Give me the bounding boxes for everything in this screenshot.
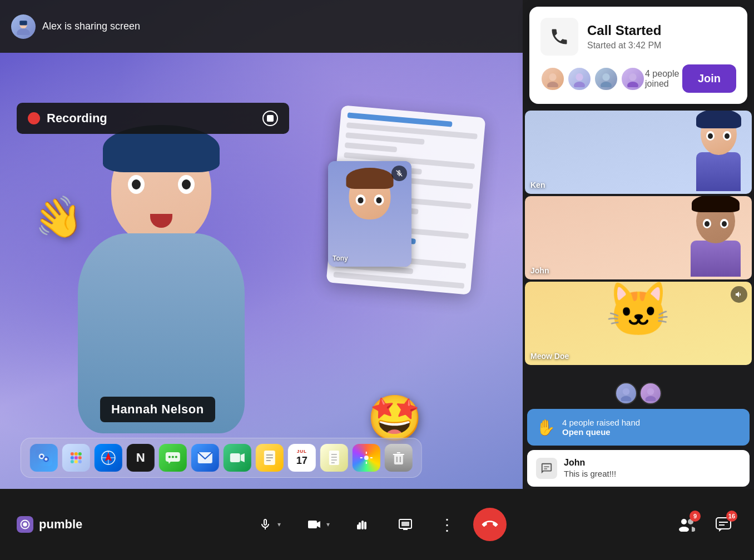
pumble-icon <box>17 516 33 533</box>
camera-button[interactable]: ▾ <box>297 510 338 539</box>
main-video-area: 👋 <box>0 0 523 489</box>
star-emoji: 🤩 <box>367 392 423 444</box>
mic-icon <box>256 516 274 533</box>
pumble-text: pumble <box>39 517 82 532</box>
mic-button[interactable]: ▾ <box>249 510 289 539</box>
video-grid: Ken John 🐱 Meow Doe <box>523 111 754 378</box>
chat-badge: 16 <box>726 511 737 522</box>
svg-marker-29 <box>241 453 245 462</box>
screen-share-icon <box>396 516 414 533</box>
raise-hand-icon <box>354 516 372 533</box>
dock-photos[interactable] <box>353 444 380 472</box>
svg-point-2 <box>17 28 29 35</box>
chat-message-text: This is great!!! <box>564 469 616 478</box>
alex-avatar <box>11 14 36 39</box>
dock-notion[interactable]: N <box>127 444 155 472</box>
screen-share-button[interactable] <box>389 510 422 539</box>
call-info: Call Started Started at 3:42 PM <box>587 23 661 51</box>
svg-point-75 <box>681 519 687 524</box>
ken-name: Ken <box>530 181 545 189</box>
svg-point-54 <box>601 82 612 87</box>
svg-point-13 <box>75 456 78 459</box>
dock-messages[interactable] <box>159 444 187 472</box>
call-join-row: 4 people joined Join <box>540 64 736 93</box>
end-call-button[interactable] <box>473 508 507 541</box>
dock-notes[interactable] <box>256 444 284 472</box>
ken-video-tile: Ken <box>525 111 752 194</box>
tony-mute-icon <box>391 166 407 181</box>
call-avatar-4 <box>621 67 645 91</box>
svg-point-24 <box>168 456 171 458</box>
svg-point-8 <box>44 458 47 461</box>
chat-message-card: John This is great!!! <box>527 450 750 487</box>
svg-point-51 <box>576 73 583 81</box>
call-header: Call Started Started at 3:42 PM <box>540 18 736 56</box>
svg-point-59 <box>647 388 654 395</box>
participants-button[interactable]: 9 <box>673 511 701 538</box>
svg-rect-74 <box>401 522 409 526</box>
svg-point-55 <box>629 73 636 81</box>
mac-dock: N <box>21 438 422 478</box>
alex-sharing-banner: Alex is sharing screen <box>0 0 523 53</box>
bottom-toolbar: pumble ▾ ▾ <box>0 489 754 560</box>
svg-point-39 <box>364 456 369 460</box>
mini-avatar-2 <box>639 382 662 404</box>
raise-hand-button[interactable] <box>346 510 380 539</box>
dock-trash[interactable] <box>385 444 413 472</box>
mic-chevron[interactable]: ▾ <box>277 521 281 528</box>
svg-point-7 <box>40 455 43 458</box>
svg-point-12 <box>71 456 74 459</box>
camera-icon <box>305 516 323 533</box>
dock-launchpad[interactable] <box>62 444 90 472</box>
dock-mail[interactable] <box>191 444 219 472</box>
more-options-button[interactable]: ⋮ <box>431 510 464 539</box>
raised-hand-text: 4 people raised hand Open queue <box>562 418 640 437</box>
raised-hand-action: Open queue <box>562 427 640 437</box>
stop-recording-button[interactable] <box>262 111 278 126</box>
svg-point-53 <box>602 73 609 81</box>
right-panel: Call Started Started at 3:42 PM 4 peopl <box>523 0 754 489</box>
svg-marker-66 <box>317 521 320 528</box>
svg-point-58 <box>621 396 632 401</box>
mini-avatar-1 <box>615 382 637 404</box>
call-avatar-2 <box>567 67 592 91</box>
dock-calendar[interactable]: JUL 17 <box>288 444 316 472</box>
toolbar-controls: ▾ ▾ <box>249 508 507 541</box>
dock-facetime[interactable] <box>224 444 251 472</box>
recording-badge[interactable]: Recording <box>17 103 289 134</box>
svg-marker-82 <box>719 529 722 532</box>
hannah-character <box>56 111 267 433</box>
svg-rect-28 <box>230 453 240 462</box>
dock-notepad[interactable] <box>320 444 348 472</box>
svg-rect-3 <box>19 21 27 25</box>
dock-safari[interactable] <box>95 444 122 472</box>
chat-sender-name: John <box>564 458 616 468</box>
svg-rect-44 <box>394 454 403 464</box>
chat-message-icon <box>536 458 557 479</box>
raised-hand-count: 4 people raised hand <box>562 418 640 427</box>
svg-point-52 <box>574 82 585 87</box>
svg-point-9 <box>71 452 74 456</box>
svg-point-50 <box>547 82 558 87</box>
recording-label: Recording <box>47 111 256 126</box>
dock-finder[interactable] <box>30 444 58 472</box>
pumble-logo: pumble <box>17 516 82 533</box>
chat-content: John This is great!!! <box>564 458 616 478</box>
svg-point-57 <box>623 388 629 395</box>
svg-marker-23 <box>168 462 171 464</box>
alex-sharing-text: Alex is sharing screen <box>42 21 140 32</box>
meow-video-tile: 🐱 Meow Doe <box>525 282 752 365</box>
svg-point-11 <box>78 452 82 456</box>
camera-chevron[interactable]: ▾ <box>326 521 330 528</box>
chat-button[interactable]: 16 <box>710 511 737 538</box>
svg-rect-65 <box>308 521 317 528</box>
svg-point-56 <box>627 82 638 87</box>
svg-point-63 <box>23 522 27 527</box>
ui-line-4 <box>345 142 398 152</box>
svg-rect-68 <box>361 521 364 529</box>
svg-point-10 <box>75 452 78 456</box>
recording-dot <box>28 112 40 124</box>
svg-point-25 <box>172 456 174 458</box>
raised-hand-banner[interactable]: ✋ 4 people raised hand Open queue <box>527 409 750 446</box>
join-call-button[interactable]: Join <box>682 64 736 93</box>
